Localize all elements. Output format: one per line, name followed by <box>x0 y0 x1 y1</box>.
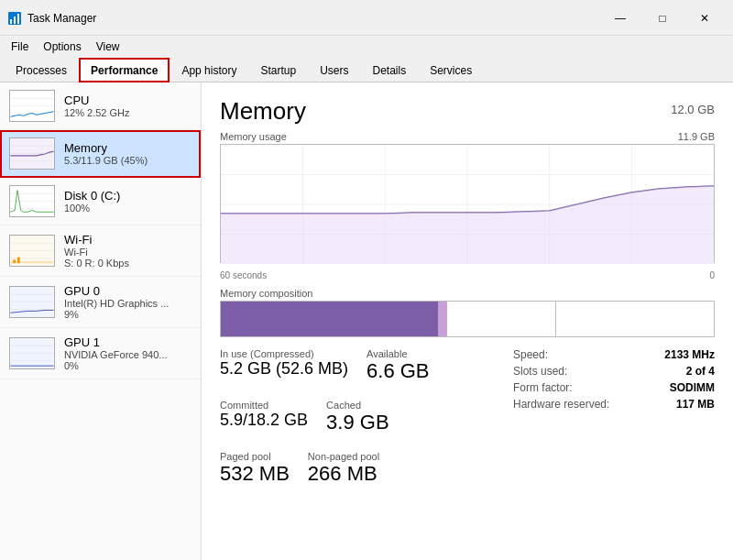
stats-right: Speed: 2133 MHz Slots used: 2 of 4 Form … <box>513 348 715 495</box>
sidebar-item-memory[interactable]: Memory 5.3/11.9 GB (45%) <box>0 130 201 178</box>
main-content: CPU 12% 2.52 GHz Memory 5.3/11.9 GB (45%… <box>0 82 733 560</box>
sidebar: CPU 12% 2.52 GHz Memory 5.3/11.9 GB (45%… <box>0 82 202 560</box>
tab-services[interactable]: Services <box>418 58 484 82</box>
detail-header: Memory 12.0 GB <box>220 97 715 126</box>
title-bar: Task Manager — □ ✕ <box>0 0 733 36</box>
stat-in-use-value: 5.2 GB (52.6 MB) <box>220 359 348 379</box>
comp-standby <box>447 302 555 336</box>
gpu0-detail2: 9% <box>64 309 191 320</box>
window-title: Task Manager <box>27 12 96 25</box>
cpu-thumbnail <box>9 90 55 122</box>
stat-committed: Committed 5.9/18.2 GB <box>220 400 308 434</box>
stat-committed-value: 5.9/18.2 GB <box>220 411 308 430</box>
gpu0-name: GPU 0 <box>64 284 191 298</box>
disk-name: Disk 0 (C:) <box>64 189 191 203</box>
svg-rect-3 <box>17 14 19 24</box>
disk-thumbnail <box>9 185 55 217</box>
tab-bar: Processes Performance App history Startu… <box>0 58 733 82</box>
spec-form-factor-label: Form factor: <box>513 381 573 394</box>
comp-modified <box>438 302 448 336</box>
menu-view[interactable]: View <box>89 38 127 56</box>
spec-speed: Speed: 2133 MHz <box>513 348 715 361</box>
svg-rect-22 <box>17 258 20 264</box>
menu-bar: File Options View <box>0 36 733 58</box>
comp-inuse <box>221 302 438 336</box>
sidebar-item-gpu0[interactable]: GPU 0 Intel(R) HD Graphics ... 9% <box>0 277 201 328</box>
stats-left: In use (Compressed) 5.2 GB (52.6 MB) Ava… <box>220 348 513 495</box>
comp-free <box>556 302 714 336</box>
memory-name: Memory <box>64 141 191 155</box>
menu-file[interactable]: File <box>4 38 36 56</box>
spec-hw-reserved: Hardware reserved: 117 MB <box>513 398 715 411</box>
memory-thumbnail <box>9 137 55 170</box>
gpu0-detail: Intel(R) HD Graphics ... <box>64 298 191 309</box>
menu-options[interactable]: Options <box>36 38 88 56</box>
tab-performance[interactable]: Performance <box>79 58 170 82</box>
tab-app-history[interactable]: App history <box>170 58 248 82</box>
wifi-detail2: S: 0 R: 0 Kbps <box>64 258 191 269</box>
stat-nonpaged-value: 266 MB <box>308 462 379 486</box>
memory-detail: 5.3/11.9 GB (45%) <box>64 155 191 166</box>
tab-details[interactable]: Details <box>360 58 418 82</box>
gpu1-detail: NVIDIA GeForce 940... <box>64 349 191 360</box>
detail-title: Memory <box>220 97 306 126</box>
detail-total: 12.0 GB <box>671 103 715 116</box>
spec-hw-reserved-label: Hardware reserved: <box>513 398 609 411</box>
stat-cached-value: 3.9 GB <box>326 411 388 434</box>
stat-available-label: Available <box>366 348 429 359</box>
gpu1-thumbnail <box>9 337 55 369</box>
stat-in-use-label: In use (Compressed) <box>220 348 348 359</box>
disk-detail: 100% <box>64 203 191 214</box>
svg-rect-20 <box>10 261 53 263</box>
maximize-button[interactable]: □ <box>641 5 684 31</box>
gpu1-name: GPU 1 <box>64 335 191 349</box>
stat-nonpaged-label: Non-paged pool <box>308 451 379 462</box>
stat-cached: Cached 3.9 GB <box>326 400 388 434</box>
tab-processes[interactable]: Processes <box>4 58 79 82</box>
stat-nonpaged-pool: Non-paged pool 266 MB <box>308 451 379 486</box>
gpu0-thumbnail <box>9 286 55 318</box>
spec-form-factor-value: SODIMM <box>670 381 715 394</box>
stat-available: Available 6.6 GB <box>366 348 429 383</box>
sidebar-item-wifi[interactable]: Wi-Fi Wi-Fi S: 0 R: 0 Kbps <box>0 225 201 277</box>
stat-in-use: In use (Compressed) 5.2 GB (52.6 MB) <box>220 348 348 383</box>
sidebar-item-cpu[interactable]: CPU 12% 2.52 GHz <box>0 82 201 130</box>
stats-grid: In use (Compressed) 5.2 GB (52.6 MB) Ava… <box>220 348 715 495</box>
app-icon <box>7 11 22 26</box>
spec-slots-value: 2 of 4 <box>686 365 715 378</box>
svg-rect-21 <box>13 259 16 263</box>
svg-rect-1 <box>10 19 12 24</box>
stat-available-value: 6.6 GB <box>366 359 429 383</box>
chart-time-labels: 60 seconds 0 <box>220 270 715 280</box>
cpu-name: CPU <box>64 93 191 107</box>
memory-usage-chart <box>220 144 715 263</box>
detail-panel: Memory 12.0 GB Memory usage 11.9 GB <box>202 82 733 560</box>
cpu-detail: 12% 2.52 GHz <box>64 107 191 118</box>
close-button[interactable]: ✕ <box>684 5 726 31</box>
sidebar-item-gpu1[interactable]: GPU 1 NVIDIA GeForce 940... 0% <box>0 328 201 379</box>
spec-form-factor: Form factor: SODIMM <box>513 381 715 394</box>
svg-rect-2 <box>14 16 16 24</box>
stat-cached-label: Cached <box>326 400 388 411</box>
composition-label: Memory composition <box>220 288 715 299</box>
tab-startup[interactable]: Startup <box>248 58 308 82</box>
stat-paged-value: 532 MB <box>220 462 290 486</box>
sidebar-item-disk[interactable]: Disk 0 (C:) 100% <box>0 178 201 225</box>
tab-users[interactable]: Users <box>308 58 360 82</box>
stat-committed-label: Committed <box>220 400 308 411</box>
minimize-button[interactable]: — <box>599 5 641 31</box>
wifi-thumbnail <box>9 235 55 267</box>
stat-paged-pool: Paged pool 532 MB <box>220 451 290 486</box>
spec-hw-reserved-value: 117 MB <box>676 398 715 411</box>
spec-speed-value: 2133 MHz <box>664 348 715 361</box>
spec-slots: Slots used: 2 of 4 <box>513 365 715 378</box>
gpu1-detail2: 0% <box>64 360 191 371</box>
spec-slots-label: Slots used: <box>513 365 567 378</box>
window-controls: — □ ✕ <box>599 5 726 31</box>
wifi-name: Wi-Fi <box>64 233 191 247</box>
spec-speed-label: Speed: <box>513 348 548 361</box>
wifi-detail: Wi-Fi <box>64 247 191 258</box>
memory-composition-bar <box>220 301 715 337</box>
stat-paged-label: Paged pool <box>220 451 290 462</box>
chart-label: Memory usage 11.9 GB <box>220 131 715 142</box>
